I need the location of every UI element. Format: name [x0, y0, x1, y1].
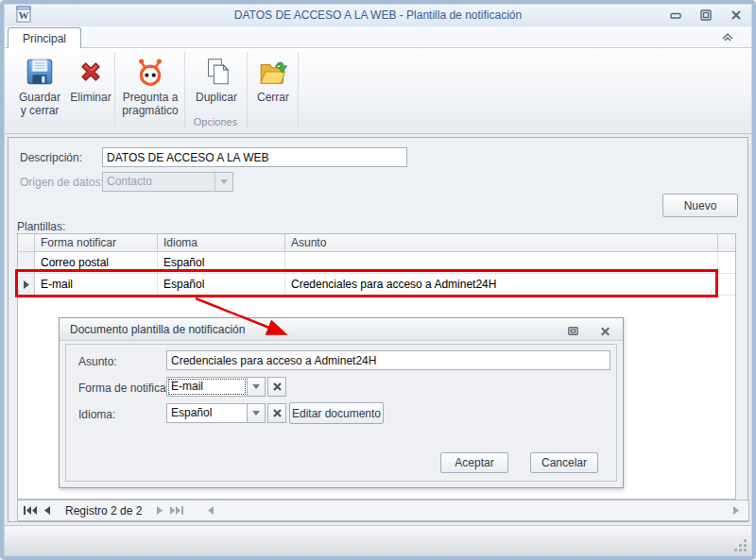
dialog-restore-icon[interactable] — [564, 322, 581, 339]
record-navigator: Registro 2 de 2 — [17, 500, 749, 521]
forma-de-notificar-value[interactable]: E-mail — [166, 377, 248, 397]
title-bar: W DATOS DE ACCESO A LA WEB - Plantilla d… — [4, 4, 752, 26]
dropdown-arrow-icon[interactable] — [248, 403, 266, 423]
cell-forma: E-mail — [35, 274, 158, 295]
aceptar-label: Aceptar — [455, 456, 493, 469]
dialog-title: Documento plantilla de notificación — [70, 323, 245, 336]
floppy-disk-icon — [24, 56, 56, 88]
delete-label: Eliminar — [70, 91, 111, 104]
asunto-label: Asunto: — [78, 354, 117, 369]
documento-plantilla-dialog: Documento plantilla de notificación Asun… — [59, 317, 624, 488]
cell-asunto — [285, 252, 718, 273]
delete-button[interactable]: Eliminar — [67, 54, 114, 126]
grid-header-filler — [718, 234, 735, 251]
clear-x-icon[interactable] — [267, 403, 286, 423]
forma-de-notificar-combobox[interactable]: E-mail — [166, 377, 286, 397]
close-form-label: Cerrar — [257, 91, 289, 104]
status-bar — [4, 525, 752, 556]
cancelar-button[interactable]: Cancelar — [530, 452, 598, 473]
cell-idioma: Español — [158, 274, 285, 295]
table-row-email-selected[interactable]: E-mail Español Credenciales para acceso … — [18, 274, 735, 296]
scroll-right-icon[interactable] — [728, 501, 745, 520]
table-row-correo-postal[interactable]: Correo postal Español — [18, 252, 735, 274]
row-indicator-cell — [18, 274, 35, 295]
first-record-icon[interactable] — [22, 501, 39, 520]
idioma-combobox[interactable]: Español — [166, 403, 286, 423]
duplicate-button[interactable]: Duplicar — [188, 54, 245, 126]
editar-documento-label: Editar documento — [292, 407, 381, 420]
descripcion-label: Descripción: — [20, 150, 82, 165]
next-record-icon[interactable] — [151, 501, 168, 520]
folder-exit-icon — [257, 56, 289, 88]
restore-icon[interactable] — [697, 7, 714, 24]
row-indicator-cell — [18, 252, 35, 273]
duplicate-pages-icon — [200, 56, 232, 88]
svg-text:W: W — [19, 9, 29, 21]
dialog-close-icon[interactable] — [596, 322, 613, 339]
ribbon-tab-strip — [4, 26, 752, 47]
record-position-label: Registro 2 de 2 — [56, 504, 151, 518]
origen-datos-combobox: Contacto — [102, 172, 233, 192]
previous-record-icon[interactable] — [39, 501, 56, 520]
dialog-title-bar: Documento plantilla de notificación — [60, 318, 623, 341]
scroll-left-icon[interactable] — [202, 501, 219, 520]
cell-forma: Correo postal — [35, 252, 158, 273]
nuevo-button-label: Nuevo — [684, 199, 717, 212]
last-record-icon[interactable] — [168, 501, 185, 520]
close-form-button[interactable]: Cerrar — [249, 54, 297, 126]
nuevo-button[interactable]: Nuevo — [662, 194, 738, 217]
grid-header-row: Forma notificar Idioma Asunto — [18, 234, 735, 252]
clear-x-icon[interactable] — [267, 377, 286, 397]
origen-datos-label: Origen de datos: — [20, 175, 104, 190]
red-x-delete-icon — [75, 56, 107, 88]
dropdown-arrow-icon[interactable] — [248, 377, 266, 397]
descripcion-input[interactable] — [102, 147, 407, 167]
minimize-icon[interactable] — [667, 7, 684, 24]
ribbon-separator — [298, 52, 299, 129]
tab-principal[interactable]: Principal — [8, 27, 81, 48]
grid-header-forma-notificar[interactable]: Forma notificar — [35, 234, 158, 251]
ribbon: Guardar y cerrar Eliminar — [4, 47, 752, 134]
duplicate-label: Duplicar — [196, 91, 237, 104]
editar-documento-button[interactable]: Editar documento — [289, 402, 384, 424]
app-window: W DATOS DE ACCESO A LA WEB - Plantilla d… — [0, 0, 756, 560]
save-and-close-label: Guardar y cerrar — [19, 91, 60, 117]
origen-datos-value: Contacto — [103, 173, 215, 191]
grid-header-idioma[interactable]: Idioma — [158, 234, 285, 251]
ribbon-separator — [247, 52, 248, 129]
tab-principal-label: Principal — [23, 32, 66, 45]
ask-pragmatico-button[interactable]: Pregunta a pragmático — [117, 54, 183, 126]
cancelar-label: Cancelar — [541, 456, 587, 469]
idioma-value[interactable]: Español — [166, 403, 248, 423]
pragmatico-mascot-icon — [134, 56, 166, 88]
selected-row-arrow-icon — [24, 280, 29, 289]
grid-header-indicator — [18, 234, 35, 251]
word-document-app-icon: W — [15, 6, 32, 23]
plantillas-label: Plantillas: — [17, 219, 65, 234]
save-and-close-button[interactable]: Guardar y cerrar — [12, 54, 67, 126]
cell-idioma: Español — [158, 252, 285, 273]
cell-asunto: Credenciales para acceso a Adminet24H — [285, 274, 718, 295]
close-icon[interactable] — [728, 7, 745, 24]
idioma-label: Idioma: — [78, 407, 115, 422]
forma-de-notificar-label: Forma de notificar: — [78, 381, 173, 396]
window-title: DATOS DE ACCESO A LA WEB - Plantilla de … — [4, 8, 752, 22]
resize-grip-icon[interactable] — [733, 538, 747, 552]
asunto-input[interactable] — [166, 350, 610, 370]
ribbon-separator — [114, 52, 115, 129]
ribbon-group-caption: Opciones — [184, 116, 247, 127]
grid-header-asunto[interactable]: Asunto — [285, 234, 718, 251]
aceptar-button[interactable]: Aceptar — [440, 452, 508, 473]
collapse-ribbon-icon[interactable] — [720, 30, 735, 43]
dropdown-arrow-icon — [215, 173, 232, 191]
ask-pragmatico-label: Pregunta a pragmático — [122, 91, 178, 117]
